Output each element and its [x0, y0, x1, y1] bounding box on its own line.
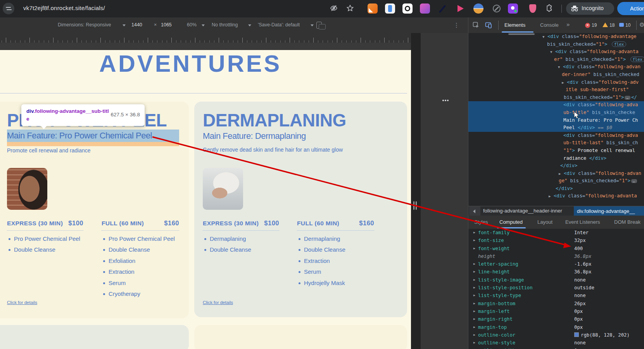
computed-property-row[interactable]: ▶letter-spacing-1.6px	[468, 260, 644, 268]
device-toolbar-menu-icon[interactable]: ⋮	[454, 22, 459, 29]
extension-disabled-icon[interactable]	[492, 3, 502, 14]
tree-node-line[interactable]: </div>	[468, 162, 644, 170]
tree-node-line[interactable]: itle sub-header-first"	[468, 86, 644, 94]
computed-property-row[interactable]: ▶outline-width0px	[468, 347, 644, 349]
tree-node-line[interactable]: radiance </div>	[468, 155, 644, 162]
extension-shield-icon[interactable]	[528, 3, 538, 14]
disclosure-arrow-icon[interactable]: ▶	[473, 237, 475, 244]
disclosure-arrow-icon[interactable]: ▶	[473, 331, 475, 339]
computed-styles-pane[interactable]: ▶font-familyInter▶font-size32px▶font-wei…	[468, 229, 644, 349]
tree-node-line[interactable]: </div>	[468, 185, 644, 193]
disclosure-arrow-icon[interactable]: ▶	[473, 276, 475, 284]
extension-clipboard-icon[interactable]	[385, 3, 395, 14]
tree-node-line[interactable]: <div class="following-adva	[468, 101, 644, 109]
zoom-select[interactable]: 60%	[187, 22, 197, 28]
tree-node-line[interactable]: Main Feature: Pro Power Ch	[468, 117, 644, 124]
error-count[interactable]: 19	[592, 22, 597, 28]
tab-event-listeners[interactable]: Event Listeners	[565, 219, 600, 225]
tree-node-line[interactable]: ge" bis_skin_checked="1">…	[468, 177, 644, 185]
tab-layout[interactable]: Layout	[537, 219, 552, 225]
dimensions-select[interactable]: Dimensions: Responsive	[58, 22, 111, 28]
tab-console[interactable]: Console	[540, 22, 559, 28]
address-bar[interactable]: vk7t2ejf8f.onrocket.site/facials/	[23, 5, 105, 11]
warning-count[interactable]: 18	[609, 22, 615, 28]
tree-node-line[interactable]: ▶<div class="following-advanta	[468, 192, 644, 200]
extensions-puzzle-icon[interactable]	[545, 3, 554, 13]
tree-node-line[interactable]: bis_skin_checked="1"> flex	[468, 41, 644, 48]
disclosure-arrow-icon[interactable]: ▶	[473, 229, 475, 237]
save-data-select[interactable]: 'Save-Data': default	[258, 22, 300, 28]
tree-node-line[interactable]: ub-title" bis_skin_checke	[468, 109, 644, 117]
tree-token[interactable]: ▼	[558, 64, 563, 71]
computed-property-row[interactable]: height36.8px	[468, 252, 644, 260]
details-link[interactable]: Click for details	[7, 300, 37, 305]
disclosure-arrow-icon[interactable]: ▶	[473, 308, 475, 315]
extension-gradient-icon[interactable]	[420, 3, 430, 14]
extension-screenshot-icon[interactable]	[508, 3, 518, 14]
tree-node-line[interactable]: bis_skin_checked="1">…</	[468, 94, 644, 102]
computed-property-row[interactable]: ▶margin-left0px	[468, 308, 644, 315]
bookmark-star-icon[interactable]	[346, 4, 354, 12]
breadcrumb-back-button[interactable]	[469, 206, 480, 216]
breadcrumb-item-selected[interactable]: div.following-advantage__	[574, 206, 644, 216]
computed-property-row[interactable]: ▶list-style-typenone	[468, 292, 644, 299]
error-icon[interactable]: ✕	[585, 23, 590, 28]
computed-property-row[interactable]: ▶outline-stylenone	[468, 339, 644, 347]
tree-token[interactable]: ▼	[542, 33, 547, 41]
tab-computed[interactable]: Computed	[499, 219, 523, 225]
disclosure-arrow-icon[interactable]: ▶	[473, 268, 475, 276]
computed-property-row[interactable]: ▶list-style-positionoutside	[468, 284, 644, 292]
disclosure-arrow-icon[interactable]: ▶	[473, 292, 475, 299]
disclosure-arrow-icon[interactable]: ▶	[473, 300, 475, 308]
disclosure-arrow-icon[interactable]: ▶	[473, 245, 475, 252]
tree-node-line[interactable]: ▼<div class="following-advantage	[468, 33, 644, 41]
action-button[interactable]: Action n	[617, 2, 644, 15]
site-info-icon[interactable]	[3, 3, 14, 14]
computed-property-row[interactable]: ▶list-style-imagenone	[468, 276, 644, 284]
tree-node-line[interactable]: Peel </div> == $0	[468, 124, 644, 132]
disclosure-arrow-icon[interactable]: ▶	[473, 284, 475, 292]
tree-node-line[interactable]: ▶<div class="following-advan	[468, 170, 644, 178]
viewport-width-field[interactable]: 1440	[131, 22, 142, 28]
tree-node-line[interactable]: "1"> Promote cell renewal	[468, 147, 644, 155]
extension-notes-icon[interactable]	[368, 3, 378, 14]
tree-node-line[interactable]: ub-title-last" bis_skin_ch	[468, 139, 644, 147]
computed-property-row[interactable]: ▶margin-bottom26px	[468, 300, 644, 308]
computed-property-row[interactable]: ▶font-weight400	[468, 245, 644, 252]
tab-elements[interactable]: Elements	[504, 22, 525, 28]
tree-token[interactable]: ▼	[550, 48, 555, 56]
computed-property-row[interactable]: ▶outline-colorrgb(88, 128, 202)	[468, 331, 644, 339]
more-badge-icon[interactable]: …	[631, 179, 637, 183]
issues-count[interactable]: 10	[625, 22, 630, 28]
tree-node-line[interactable]: ▼<div class="following-advanta	[468, 48, 644, 56]
computed-property-row[interactable]: ▶line-height36.8px	[468, 268, 644, 276]
tab-styles[interactable]: Styles	[474, 219, 488, 225]
elements-tree[interactable]: ▼<div class="following-advantagebis_skin…	[468, 33, 644, 206]
disclosure-arrow-icon[interactable]: ▶	[473, 260, 475, 268]
color-swatch[interactable]	[574, 332, 579, 337]
warning-icon[interactable]	[603, 22, 608, 27]
issues-icon[interactable]	[619, 23, 624, 27]
disclosure-arrow-icon[interactable]: ▶	[473, 323, 475, 331]
tree-node-line[interactable]: <div class="following-adva	[468, 132, 644, 140]
extension-camera-icon[interactable]	[402, 3, 413, 14]
more-tabs-icon[interactable]: »	[566, 21, 570, 28]
disclosure-arrow-icon[interactable]: ▶	[473, 347, 475, 349]
throttling-select[interactable]: No throttling	[212, 22, 238, 28]
tree-node-line[interactable]: der-inner" bis_skin_checked	[468, 71, 644, 79]
details-link[interactable]: Click for details	[203, 300, 233, 305]
settings-gear-icon[interactable]: ⚙	[639, 21, 644, 28]
tab-dom-breakpoints[interactable]: DOM Break	[614, 219, 641, 225]
tree-node-line[interactable]: ▼<div class="following-advan	[468, 63, 644, 71]
tree-token[interactable]: ▶	[562, 79, 567, 87]
extension-play-icon[interactable]	[456, 3, 466, 14]
resize-handle-icon[interactable]	[413, 201, 414, 210]
more-badge-icon[interactable]: …	[625, 96, 630, 100]
password-eye-off-icon[interactable]	[330, 4, 338, 12]
tree-token[interactable]: ▶	[549, 193, 554, 200]
extension-pen-icon[interactable]	[437, 3, 447, 14]
breadcrumb-item[interactable]: following-advantage__header-inner	[483, 208, 562, 214]
tree-token[interactable]: ▶	[559, 170, 564, 178]
extension-sphere-icon[interactable]	[473, 3, 483, 14]
viewport-height-field[interactable]: 1065	[161, 22, 172, 28]
